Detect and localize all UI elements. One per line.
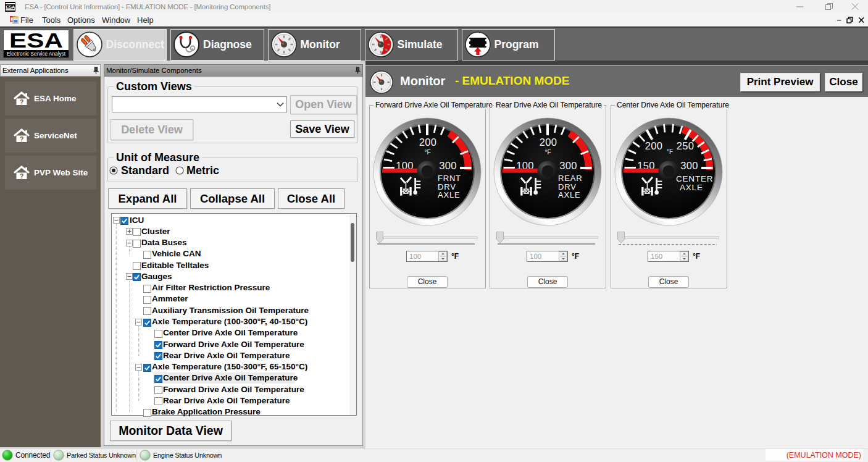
- svg-text:AXLE: AXLE: [558, 190, 580, 200]
- svg-text:200: 200: [645, 140, 662, 151]
- svg-text:300: 300: [559, 160, 577, 171]
- svg-text:°F: °F: [424, 149, 430, 156]
- svg-text:300: 300: [439, 160, 456, 171]
- svg-text:?: ?: [20, 98, 24, 105]
- svg-text:300: 300: [680, 160, 698, 171]
- svg-text:200: 200: [419, 136, 436, 148]
- svg-text:?: ?: [20, 172, 24, 179]
- svg-text:°F: °F: [545, 149, 551, 156]
- svg-text:?: ?: [20, 135, 24, 142]
- svg-text:AXLE: AXLE: [438, 190, 460, 200]
- svg-text:CENTER: CENTER: [676, 174, 713, 183]
- svg-text:°F: °F: [667, 148, 673, 155]
- svg-text:250: 250: [677, 140, 694, 151]
- svg-text:200: 200: [540, 136, 557, 148]
- svg-text:AXLE: AXLE: [680, 183, 703, 192]
